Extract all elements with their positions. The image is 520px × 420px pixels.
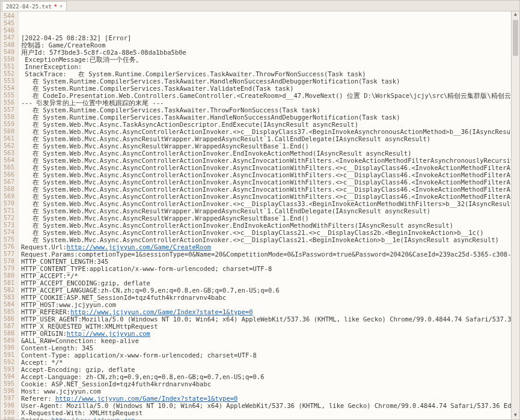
line-number: 561 — [1, 135, 14, 142]
line-number: 571 — [1, 207, 14, 215]
tab-label: 2022-04-25.txt — [6, 4, 52, 10]
line-number: 597 — [1, 395, 14, 402]
log-line: Referer: http://www.jcjyyun.com/Game/Ind… — [21, 395, 511, 402]
line-number: 551 — [1, 63, 14, 70]
log-line — [21, 13, 511, 20]
log-line: Origin: http://www.jcjyyun.com — [21, 416, 511, 419]
log-line — [21, 20, 511, 27]
url-link[interactable]: http://www.jcjyyun.com/Game/Index?state=… — [70, 308, 252, 315]
log-line: 在 System.Web.Mvc.Async.AsyncControllerAc… — [21, 128, 511, 135]
log-line: HTTP_HOST:www.jcjyyun.com — [21, 301, 511, 308]
log-line: HTTP_ACCEPT:*/* — [21, 272, 511, 279]
line-number: 584 — [1, 301, 14, 308]
line-number: 559 — [1, 121, 14, 128]
log-line: 在 System.Web.Mvc.Async.AsyncResultWrappe… — [21, 135, 511, 142]
line-number: 583 — [1, 294, 14, 301]
line-number: 590 — [1, 344, 14, 352]
log-line: Accept-Encoding: gzip, deflate — [21, 366, 511, 373]
log-line: 在 System.Runtime.CompilerServices.TaskAw… — [21, 85, 511, 92]
line-number: 566 — [1, 171, 14, 178]
line-number: 545 — [1, 20, 14, 27]
log-line: User-Agent: Mozilla/5.0 (Windows NT 10.0… — [21, 402, 511, 409]
log-line: 在 System.Web.Mvc.Async.AsyncControllerAc… — [21, 193, 511, 200]
log-line: HTTP_ORIGIN:http://www.jcjyyun.com — [21, 330, 511, 337]
log-line: HTTP_USER_AGENT:Mozilla/5.0 (Windows NT … — [21, 315, 511, 323]
log-line: 用户Id: 57f3bde3-5c8f-c02a-88e5-08da1bba5b… — [21, 49, 511, 56]
line-number: 575 — [1, 236, 14, 243]
log-line: 在 System.Runtime.CompilerServices.TaskAw… — [21, 114, 511, 121]
line-number: 563 — [1, 150, 14, 157]
file-tab[interactable]: 2022-04-25.txt * × — [2, 1, 67, 11]
code-area: 5445455465475485495505515525535545555565… — [1, 11, 519, 419]
close-icon[interactable]: × — [60, 4, 63, 9]
line-number: 569 — [1, 193, 14, 200]
log-line — [21, 27, 511, 34]
scrollbar-thumb[interactable] — [513, 20, 518, 56]
log-line: HTTP_ACCEPT_LANGUAGE:zh-CN,zh;q=0.9,en;q… — [21, 287, 511, 294]
log-line: 在 System.Web.Mvc.Async.AsyncControllerAc… — [21, 171, 511, 178]
line-number: 578 — [1, 258, 14, 265]
log-line: 在 System.Web.Mvc.Async.AsyncControllerAc… — [21, 236, 511, 243]
log-line: Cookie: ASP.NET_SessionId=tqz4futh4krrdn… — [21, 380, 511, 388]
log-line: Accept: */* — [21, 359, 511, 366]
url-link[interactable]: http://www.jcjyyun.com — [52, 416, 135, 419]
line-number: 591 — [1, 352, 14, 359]
url-link[interactable]: http://www.jcjyyun.com — [67, 330, 150, 337]
line-number: 570 — [1, 200, 14, 207]
line-number: 550 — [1, 56, 14, 63]
url-link[interactable]: http://www.jcjyyun.com/Game/CreateRoom — [67, 243, 211, 251]
log-line: Content-Length: 345 — [21, 344, 511, 352]
line-number: 592 — [1, 359, 14, 366]
line-number: 600 — [1, 416, 14, 419]
line-number: 573 — [1, 222, 14, 229]
log-line: --- 引发异常的上一位置中堆栈跟踪的末尾 --- — [21, 99, 511, 106]
line-number: 580 — [1, 272, 14, 279]
log-line: Content-Type: application/x-www-form-url… — [21, 352, 511, 359]
line-number: 596 — [1, 388, 14, 395]
line-number: 555 — [1, 92, 14, 99]
log-line: Request.Url:http://www.jcjyyun.com/Game/… — [21, 243, 511, 251]
line-number: 557 — [1, 106, 14, 114]
line-number: 568 — [1, 186, 14, 193]
line-number: 560 — [1, 128, 14, 135]
log-line: 在 System.Web.Mvc.Async.AsyncControllerAc… — [21, 222, 511, 229]
log-line: InnerException: — [21, 63, 511, 70]
line-number: 552 — [1, 70, 14, 78]
line-number: 594 — [1, 373, 14, 380]
scroll-down-icon[interactable]: ▼ — [512, 412, 519, 419]
log-line: 在 System.Web.Mvc.Async.AsyncControllerAc… — [21, 229, 511, 236]
log-line: Host: www.jcjyyun.com — [21, 388, 511, 395]
scroll-up-icon[interactable]: ▲ — [512, 11, 519, 19]
log-line: &ALL_RAW=Connection: keep-alive — [21, 337, 511, 344]
log-line: 在 System.Runtime.CompilerServices.TaskAw… — [21, 78, 511, 85]
line-number: 579 — [1, 265, 14, 272]
log-line: 在 System.Web.Mvc.Async.AsyncResultWrappe… — [21, 142, 511, 150]
text-content[interactable]: [2022-04-25 08:28:32] [Error]控制器: Game/C… — [19, 11, 511, 419]
line-number: 587 — [1, 323, 14, 330]
dirty-indicator-icon: * — [54, 4, 57, 10]
log-line: 在 System.Web.Mvc.Async.AsyncControllerAc… — [21, 186, 511, 193]
log-line: HTTP_CONTENT_TYPE:application/x-www-form… — [21, 265, 511, 272]
line-number: 564 — [1, 157, 14, 164]
line-number: 586 — [1, 315, 14, 323]
line-number: 549 — [1, 49, 14, 56]
line-number: 548 — [1, 41, 14, 49]
line-number: 572 — [1, 215, 14, 222]
log-line: HTTP_REFERER:http://www.jcjyyun.com/Game… — [21, 308, 511, 315]
line-number: 553 — [1, 78, 14, 85]
tab-bar: 2022-04-25.txt * × — [1, 1, 519, 11]
line-number: 582 — [1, 287, 14, 294]
log-line: HTTP_CONTENT_LENGTH:345 — [21, 258, 511, 265]
log-line: [2022-04-25 08:28:32] [Error] — [21, 34, 511, 41]
log-line: 在 System.Web.Mvc.Async.TaskAsyncActionDe… — [21, 121, 511, 128]
log-line: 在 System.Web.Mvc.Async.AsyncControllerAc… — [21, 200, 511, 207]
url-link[interactable]: http://www.jcjyyun.com/Game/Index?state=… — [55, 395, 237, 402]
vertical-scrollbar[interactable]: ▲ ▼ — [511, 11, 519, 419]
log-line: 在 System.Web.Mvc.Async.AsyncResultWrappe… — [21, 215, 511, 222]
line-number: 574 — [1, 229, 14, 236]
log-line: 在 System.Web.Mvc.Async.AsyncControllerAc… — [21, 178, 511, 186]
log-line: HTTP_COOKIE:ASP.NET_SessionId=tqz4futh4k… — [21, 294, 511, 301]
line-number: 556 — [1, 99, 14, 106]
log-line: 在 System.Web.Mvc.Async.AsyncResultWrappe… — [21, 207, 511, 215]
line-number: 589 — [1, 337, 14, 344]
